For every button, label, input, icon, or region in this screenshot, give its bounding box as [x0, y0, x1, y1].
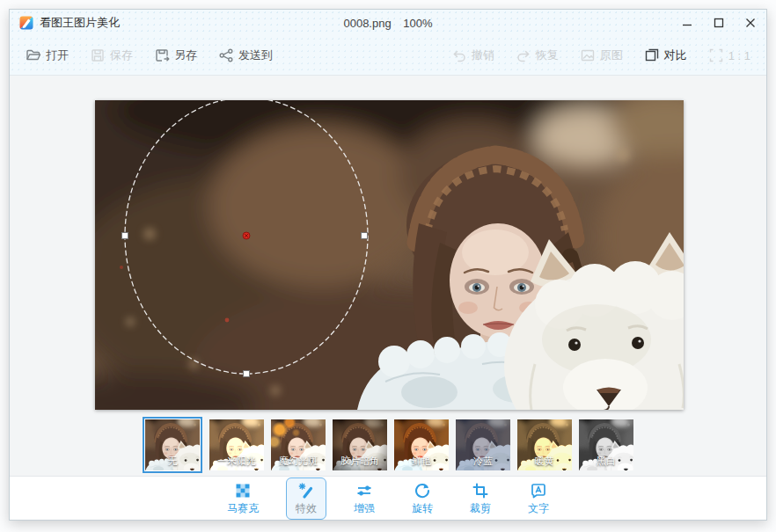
- undo-icon: [451, 47, 467, 63]
- text-icon: [530, 482, 547, 499]
- original-image-icon: [580, 47, 596, 63]
- save-label: 保存: [110, 47, 133, 63]
- rotate-icon: [414, 482, 431, 499]
- filter-magic-bokeh[interactable]: 魔幻光斑: [271, 419, 326, 470]
- tool-crop-label: 裁剪: [470, 501, 491, 516]
- tool-effects[interactable]: 特效: [286, 477, 326, 520]
- app-title: 看图王图片美化: [40, 15, 120, 31]
- save-button[interactable]: 保存: [90, 47, 133, 63]
- tool-effects-label: 特效: [296, 501, 317, 516]
- filter-magic-bokeh-preview: [271, 419, 326, 470]
- main-toolbar: 打开 保存 另存 发送到 撤销 恢复: [10, 36, 766, 76]
- open-label: 打开: [46, 47, 69, 63]
- compare-label: 对比: [664, 47, 687, 63]
- toolbar-left-group: 打开 保存 另存 发送到: [26, 47, 273, 63]
- send-to-label: 发送到: [238, 47, 273, 63]
- selection-handle-left[interactable]: [122, 233, 128, 239]
- compare-icon: [644, 47, 660, 63]
- tool-enhance[interactable]: 增强: [344, 477, 384, 520]
- close-button[interactable]: [735, 10, 766, 36]
- close-icon: [745, 18, 756, 28]
- app-identity: 看图王图片美化: [10, 15, 120, 31]
- folder-open-icon: [26, 47, 41, 63]
- redo-button[interactable]: 恢复: [516, 47, 559, 63]
- one-to-one-icon: [708, 47, 724, 63]
- tool-mosaic-label: 马赛克: [227, 501, 259, 516]
- maximize-icon: [714, 18, 724, 28]
- minimize-button[interactable]: [671, 10, 703, 36]
- selection-center-marker[interactable]: [243, 232, 250, 239]
- tool-text-label: 文字: [528, 501, 549, 516]
- tool-crop[interactable]: 裁剪: [460, 477, 501, 520]
- save-as-icon: [154, 47, 170, 63]
- zoom-level: 100%: [403, 17, 432, 30]
- open-button[interactable]: 打开: [26, 47, 69, 63]
- filter-black-white-preview: [579, 419, 633, 470]
- filter-sunshine-preview: [209, 419, 264, 470]
- save-icon: [90, 47, 106, 63]
- selection-handle-bottom[interactable]: [244, 371, 250, 377]
- share-icon: [218, 47, 234, 63]
- tool-mosaic[interactable]: 马赛克: [217, 477, 268, 520]
- tools-bar: 马赛克 特效 增强: [10, 476, 766, 520]
- compare-button[interactable]: 对比: [644, 47, 687, 63]
- crop-icon: [472, 482, 489, 499]
- filter-film-vignette[interactable]: 胶片暗角: [333, 419, 387, 470]
- photo-canvas[interactable]: [95, 100, 684, 410]
- mosaic-icon: [234, 482, 252, 499]
- selection-handle-right[interactable]: [362, 233, 368, 239]
- filter-warm-yellow[interactable]: 暖黄: [517, 419, 572, 470]
- filter-cool-blue[interactable]: 冷蓝: [456, 419, 510, 470]
- one-to-one-label: 1 : 1: [728, 49, 750, 62]
- editor-content: 无 一米阳光 魔幻光斑 胶片暗角 鲜艳: [10, 76, 766, 476]
- app-window: 看图王图片美化 0008.png 100% 打开: [9, 9, 767, 521]
- title-bar: 看图王图片美化 0008.png 100%: [10, 10, 766, 36]
- filter-strip: 无 一米阳光 魔幻光斑 胶片暗角 鲜艳: [10, 416, 766, 474]
- filter-none-preview: [145, 419, 200, 470]
- filter-black-white[interactable]: 黑白: [579, 419, 633, 470]
- magic-wand-icon: [297, 482, 315, 499]
- save-as-button[interactable]: 另存: [154, 47, 197, 63]
- filter-sunshine[interactable]: 一米阳光: [209, 419, 264, 470]
- tool-enhance-label: 增强: [354, 501, 375, 516]
- redo-label: 恢复: [536, 47, 559, 63]
- filter-film-vignette-preview: [333, 419, 387, 470]
- filter-cool-blue-preview: [456, 419, 510, 470]
- minimize-icon: [682, 18, 692, 28]
- filter-vivid[interactable]: 鲜艳: [394, 419, 449, 470]
- filter-warm-yellow-preview: [517, 419, 572, 470]
- tool-rotate[interactable]: 旋转: [402, 477, 443, 520]
- filter-none[interactable]: 无: [143, 417, 202, 473]
- redo-icon: [516, 47, 531, 63]
- toolbar-right-group: 撤销 恢复 原图 对比 1 : 1: [451, 47, 750, 63]
- one-to-one-button[interactable]: 1 : 1: [708, 47, 750, 63]
- selection-overlay[interactable]: [95, 100, 684, 410]
- file-name: 0008.png: [343, 17, 391, 30]
- undo-button[interactable]: 撤销: [451, 47, 494, 63]
- sliders-icon: [355, 482, 373, 499]
- maximize-button[interactable]: [703, 10, 735, 36]
- original-image-button[interactable]: 原图: [580, 47, 623, 63]
- original-image-label: 原图: [600, 47, 623, 63]
- save-as-label: 另存: [174, 47, 197, 63]
- filter-vivid-preview: [394, 419, 449, 470]
- send-to-button[interactable]: 发送到: [218, 47, 273, 63]
- app-logo-icon: [19, 16, 33, 30]
- document-title: 0008.png 100%: [10, 17, 766, 30]
- undo-label: 撤销: [472, 47, 494, 63]
- window-controls: [671, 10, 766, 36]
- tool-rotate-label: 旋转: [412, 501, 433, 516]
- tool-text[interactable]: 文字: [518, 477, 559, 520]
